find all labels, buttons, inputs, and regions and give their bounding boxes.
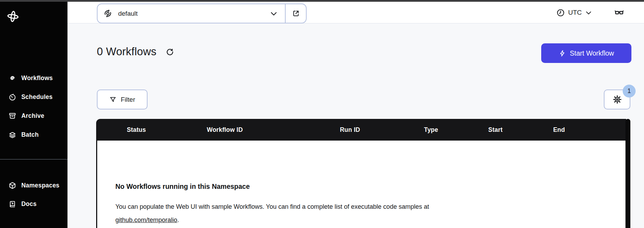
start-workflow-label: Start Workflow — [570, 49, 614, 57]
sidebar-item-label: Archive — [21, 112, 44, 120]
empty-state-description: You can populate the Web UI with sample … — [115, 200, 491, 227]
sidebar: Workflows Schedules Archive — [0, 0, 67, 228]
refresh-icon — [165, 47, 174, 56]
column-header-run-id[interactable]: Run ID — [340, 119, 360, 141]
sidebar-item-label: Schedules — [21, 93, 52, 101]
empty-state-text: You can populate the Web UI with sample … — [115, 203, 429, 210]
schedules-timer-icon — [8, 93, 16, 101]
archive-box-icon — [8, 112, 16, 120]
refresh-button[interactable] — [165, 47, 174, 56]
sidebar-item-label: Docs — [21, 200, 37, 208]
sidebar-item-label: Batch — [21, 131, 39, 138]
sidebar-divider — [0, 159, 67, 159]
namespace-selector: default — [97, 3, 307, 23]
clock-icon — [556, 8, 565, 17]
sidebar-item-batch[interactable]: Batch — [0, 128, 67, 142]
filter-funnel-icon — [109, 96, 117, 104]
sidebar-item-label: Namespaces — [21, 182, 59, 189]
sidebar-item-docs[interactable]: Docs — [0, 197, 67, 211]
temporal-web-ui: Workflows Schedules Archive — [0, 0, 644, 228]
timezone-value: UTC — [568, 9, 582, 16]
filter-button[interactable]: Filter — [97, 90, 148, 109]
workflows-table-body: No Workflows running in this Namespace Y… — [96, 141, 625, 228]
sidebar-item-archive[interactable]: Archive — [0, 109, 67, 123]
namespace-value: default — [118, 10, 138, 17]
topbar-right-controls: UTC — [556, 2, 644, 23]
column-header-end[interactable]: End — [553, 119, 565, 141]
batch-layers-icon — [8, 131, 16, 139]
filter-label: Filter — [121, 96, 135, 104]
column-header-type[interactable]: Type — [424, 119, 438, 141]
chevron-down-icon — [585, 9, 592, 16]
table-scrollbar[interactable] — [625, 119, 630, 228]
start-workflow-button[interactable]: Start Workflow — [541, 43, 631, 63]
settings-count-badge: 1 — [623, 85, 636, 98]
empty-state-text-suffix: . — [177, 216, 179, 223]
page-header: 0 Workflows — [97, 45, 174, 58]
namespaces-cube-icon — [8, 181, 16, 190]
page-title: 0 Workflows — [97, 45, 156, 58]
chevron-down-icon — [270, 9, 278, 18]
column-header-status[interactable]: Status — [127, 119, 146, 141]
namespace-dropdown[interactable]: default — [98, 4, 285, 23]
external-link-icon — [292, 9, 300, 17]
column-header-workflow-id[interactable]: Workflow ID — [207, 119, 243, 141]
temporal-logo-icon[interactable] — [6, 10, 20, 23]
sidebar-item-label: Workflows — [21, 74, 53, 82]
lightning-bolt-icon — [559, 50, 566, 57]
workflows-table: Status Workflow ID Run ID Type Start End… — [96, 119, 630, 228]
empty-state-title: No Workflows running in this Namespace — [115, 183, 250, 191]
gear-icon — [613, 95, 622, 104]
column-header-start[interactable]: Start — [488, 119, 503, 141]
labs-toggle-button[interactable] — [614, 7, 624, 18]
sidebar-item-schedules[interactable]: Schedules — [0, 90, 67, 104]
workflows-spiral-icon — [8, 74, 16, 82]
settings-badge-count: 1 — [627, 87, 631, 95]
docs-book-icon — [8, 200, 16, 208]
top-window-strip — [0, 0, 644, 2]
github-temporalio-link[interactable]: github.com/temporalio — [115, 216, 177, 223]
namespace-external-link-button[interactable] — [286, 4, 306, 23]
namespace-switcher-icon — [103, 9, 113, 18]
topbar: default — [67, 2, 644, 23]
sidebar-item-namespaces[interactable]: Namespaces — [0, 178, 67, 192]
sidebar-item-workflows[interactable]: Workflows — [0, 71, 67, 85]
workflows-table-header: Status Workflow ID Run ID Type Start End — [96, 119, 626, 141]
timezone-selector[interactable]: UTC — [556, 8, 592, 17]
labs-glasses-icon — [614, 7, 624, 18]
